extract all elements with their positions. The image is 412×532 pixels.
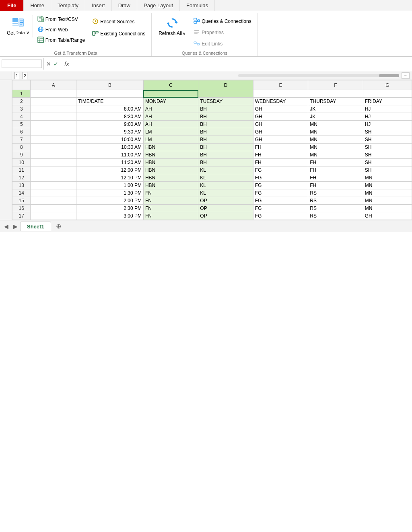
cell-11-6[interactable]: SH — [363, 166, 412, 174]
cell-2-6[interactable]: FRIDAY — [363, 98, 412, 105]
cell-2-5[interactable]: THURSDAY — [308, 98, 363, 105]
cell-9-4[interactable]: FH — [253, 151, 308, 159]
row-header-10[interactable]: 10 — [12, 159, 31, 166]
cell-3-6[interactable]: HJ — [363, 105, 412, 113]
cell-8-3[interactable]: BH — [198, 144, 253, 151]
tab-home[interactable]: Home — [24, 0, 51, 11]
cell-2-4[interactable]: WEDNESDAY — [253, 98, 308, 105]
cell-5-2[interactable]: AH — [143, 121, 198, 128]
cell-3-0[interactable] — [31, 105, 76, 113]
cell-3-3[interactable]: BH — [198, 105, 253, 113]
col-header-a[interactable]: A — [31, 80, 76, 90]
horizontal-scrollbar[interactable] — [238, 74, 399, 77]
cell-5-5[interactable]: MN — [308, 121, 363, 128]
col-header-b[interactable]: B — [76, 80, 144, 90]
cell-1-0[interactable] — [31, 90, 76, 98]
cell-9-2[interactable]: HBN — [143, 151, 198, 159]
cell-1-5[interactable] — [308, 90, 363, 98]
cell-8-6[interactable]: SH — [363, 144, 412, 151]
cell-8-5[interactable]: MN — [308, 144, 363, 151]
cell-16-3[interactable]: OP — [198, 205, 253, 212]
cell-15-6[interactable]: MN — [363, 197, 412, 205]
cell-9-5[interactable]: MN — [308, 151, 363, 159]
cell-10-2[interactable]: HBN — [143, 159, 198, 166]
cell-5-4[interactable]: GH — [253, 121, 308, 128]
cell-11-3[interactable]: KL — [198, 166, 253, 174]
cell-14-3[interactable]: KL — [198, 189, 253, 197]
row-header-9[interactable]: 9 — [12, 151, 31, 159]
cell-15-4[interactable]: FG — [253, 197, 308, 205]
name-box[interactable] — [2, 60, 42, 68]
group-btn-1[interactable]: 1 — [14, 72, 19, 79]
cell-15-0[interactable] — [31, 197, 76, 205]
cell-11-1[interactable]: 12:00 PM — [76, 166, 144, 174]
cell-13-5[interactable]: FH — [308, 182, 363, 189]
row-header-2[interactable]: 2 — [12, 98, 31, 105]
row-header-7[interactable]: 7 — [12, 136, 31, 144]
cell-5-6[interactable]: HJ — [363, 121, 412, 128]
cell-12-4[interactable]: FG — [253, 174, 308, 182]
cell-13-0[interactable] — [31, 182, 76, 189]
col-header-g[interactable]: G — [363, 80, 412, 90]
add-sheet-button[interactable]: ⊕ — [52, 221, 65, 232]
cell-17-6[interactable]: GH — [363, 212, 412, 220]
col-header-c[interactable]: C — [143, 80, 198, 90]
row-header-3[interactable]: 3 — [12, 105, 31, 113]
cell-13-4[interactable]: FG — [253, 182, 308, 189]
cell-7-5[interactable]: MN — [308, 136, 363, 144]
cell-16-2[interactable]: FN — [143, 205, 198, 212]
row-header-12[interactable]: 12 — [12, 174, 31, 182]
tab-file[interactable]: File — [0, 0, 24, 11]
cell-17-3[interactable]: OP — [198, 212, 253, 220]
cell-10-6[interactable]: SH — [363, 159, 412, 166]
cell-16-4[interactable]: FG — [253, 205, 308, 212]
cell-11-0[interactable] — [31, 166, 76, 174]
row-header-5[interactable]: 5 — [12, 121, 31, 128]
cell-2-2[interactable]: MONDAY — [143, 98, 198, 105]
cell-12-5[interactable]: FH — [308, 174, 363, 182]
formula-input[interactable] — [72, 60, 410, 68]
from-table-button[interactable]: From Table/Range — [35, 35, 88, 45]
recent-sources-button[interactable]: Recent Sources — [89, 16, 148, 27]
cell-13-1[interactable]: 1:00 PM — [76, 182, 144, 189]
cell-6-4[interactable]: GH — [253, 128, 308, 136]
minus-button[interactable]: − — [402, 72, 410, 79]
cell-9-6[interactable]: SH — [363, 151, 412, 159]
row-header-8[interactable]: 8 — [12, 144, 31, 151]
cell-3-4[interactable]: GH — [253, 105, 308, 113]
cell-6-3[interactable]: BH — [198, 128, 253, 136]
cancel-button[interactable]: ✕ — [46, 61, 51, 67]
cell-7-3[interactable]: BH — [198, 136, 253, 144]
cell-10-0[interactable] — [31, 159, 76, 166]
tab-formulas[interactable]: Formulas — [180, 0, 215, 11]
cell-12-0[interactable] — [31, 174, 76, 182]
cell-11-5[interactable]: FH — [308, 166, 363, 174]
cell-15-5[interactable]: RS — [308, 197, 363, 205]
cell-5-1[interactable]: 9:00 AM — [76, 121, 144, 128]
cell-3-5[interactable]: JK — [308, 105, 363, 113]
confirm-button[interactable]: ✓ — [54, 61, 58, 67]
cell-14-6[interactable]: MN — [363, 189, 412, 197]
cell-13-3[interactable]: KL — [198, 182, 253, 189]
cell-14-5[interactable]: RS — [308, 189, 363, 197]
cell-10-3[interactable]: BH — [198, 159, 253, 166]
from-web-button[interactable]: From Web — [35, 25, 88, 35]
cell-8-2[interactable]: HBN — [143, 144, 198, 151]
cell-16-0[interactable] — [31, 205, 76, 212]
cell-4-1[interactable]: 8:30 AM — [76, 113, 144, 121]
cell-1-2[interactable] — [143, 90, 198, 98]
cell-10-1[interactable]: 11:30 AM — [76, 159, 144, 166]
col-header-f[interactable]: F — [308, 80, 363, 90]
cell-5-3[interactable]: BH — [198, 121, 253, 128]
cell-6-6[interactable]: SH — [363, 128, 412, 136]
cell-1-4[interactable] — [253, 90, 308, 98]
cell-9-1[interactable]: 11:00 AM — [76, 151, 144, 159]
cell-6-0[interactable] — [31, 128, 76, 136]
cell-4-2[interactable]: AH — [143, 113, 198, 121]
cell-12-3[interactable]: KL — [198, 174, 253, 182]
cell-13-2[interactable]: HBN — [143, 182, 198, 189]
cell-11-4[interactable]: FG — [253, 166, 308, 174]
tab-draw[interactable]: Draw — [112, 0, 137, 11]
cell-4-4[interactable]: GH — [253, 113, 308, 121]
sheet-nav-right[interactable]: ▶ — [11, 223, 20, 230]
